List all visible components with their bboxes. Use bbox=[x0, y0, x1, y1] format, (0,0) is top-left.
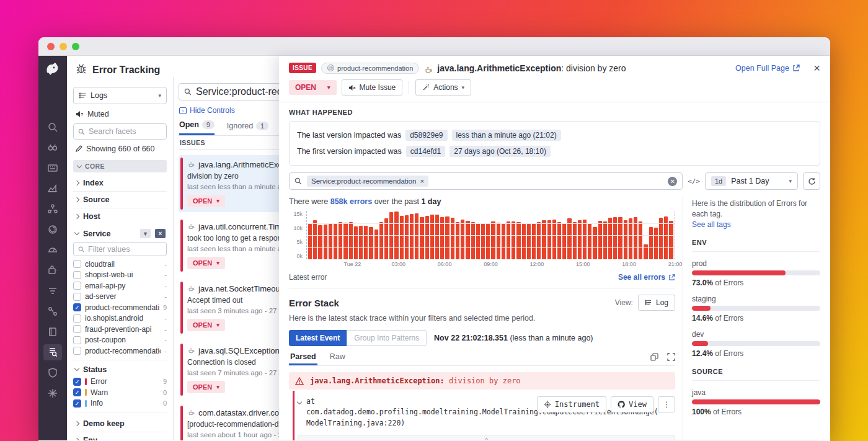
frame-menu-button[interactable]: ⋮ bbox=[658, 396, 675, 412]
tag-distribution-item[interactable]: dev12.4% of Errors bbox=[692, 330, 820, 358]
notebooks-icon[interactable] bbox=[43, 324, 62, 340]
panel-search-input[interactable]: Service:product-recommendation × ✕ bbox=[289, 172, 683, 190]
time-chip[interactable]: less than a minute ago (21:02) bbox=[452, 130, 561, 141]
tag-distribution-item[interactable]: java100% of Errors bbox=[692, 388, 820, 416]
checkbox[interactable]: ✓ bbox=[73, 303, 81, 311]
tag-distribution-item[interactable]: prod73.0% of Errors bbox=[692, 259, 820, 287]
checkbox[interactable] bbox=[73, 325, 81, 333]
checkbox[interactable]: ✓ bbox=[73, 399, 81, 408]
time-chip[interactable]: 27 days ago (Oct 26, 18:10) bbox=[450, 146, 551, 157]
see-all-errors-link[interactable]: See all errors bbox=[618, 273, 675, 282]
facet-value-post-coupon[interactable]: post-coupon- bbox=[73, 335, 167, 346]
facet-group-source[interactable]: Source bbox=[73, 192, 167, 208]
apm-icon[interactable] bbox=[43, 221, 62, 238]
facet-status-info[interactable]: ✓Info0 bbox=[73, 398, 167, 409]
settings-icon[interactable] bbox=[43, 385, 62, 401]
infrastructure-icon[interactable] bbox=[43, 201, 62, 217]
issue-status-select[interactable]: OPEN ▾ bbox=[289, 80, 337, 95]
checkbox[interactable] bbox=[73, 271, 81, 279]
facet-value-ad-server[interactable]: ad-server- bbox=[73, 292, 167, 303]
errors-bar-chart[interactable]: 15k10k5k0k bbox=[289, 211, 675, 259]
issue-status-select[interactable]: OPEN▾ bbox=[187, 381, 225, 393]
group-into-patterns-button[interactable]: Group Into Patterns bbox=[347, 330, 427, 346]
view-source-button[interactable]: View bbox=[611, 396, 653, 412]
facet-status-error[interactable]: ✓Error9 bbox=[73, 376, 167, 388]
instrument-button[interactable]: Instrument bbox=[537, 396, 606, 412]
synthetics-icon[interactable] bbox=[43, 242, 62, 258]
datadog-logo[interactable] bbox=[43, 60, 62, 78]
tab-parsed[interactable]: Parsed bbox=[289, 352, 317, 365]
facet-status-warn[interactable]: ✓Warn0 bbox=[73, 387, 167, 398]
facet-value-cloudtrail[interactable]: cloudtrail- bbox=[73, 259, 167, 270]
checkbox[interactable] bbox=[73, 336, 81, 344]
facet-value-product-recommendation[interactable]: ✓product-recommendation9 bbox=[73, 302, 167, 313]
remove-filter-icon[interactable]: × bbox=[420, 177, 424, 185]
facet-group-host[interactable]: Host bbox=[73, 208, 167, 225]
checkbox[interactable] bbox=[73, 293, 81, 301]
pipelines-icon[interactable] bbox=[43, 283, 62, 299]
facet-value-email-api-py[interactable]: email-api-py- bbox=[73, 280, 167, 292]
service-chip[interactable]: @ product-recommendation bbox=[321, 63, 419, 74]
latest-event-button[interactable]: Latest Event bbox=[289, 330, 347, 346]
facet-value-shopist-web-ui[interactable]: shopist-web-ui- bbox=[73, 270, 167, 281]
facet-group-core[interactable]: CORE bbox=[73, 160, 167, 172]
search-icon[interactable] bbox=[43, 119, 62, 135]
facet-service-header[interactable]: Service ▼ × bbox=[73, 225, 167, 242]
actions-button[interactable]: Actions ▾ bbox=[415, 79, 471, 96]
collapse-code-icon[interactable]: ⌃ bbox=[298, 438, 675, 440]
facet-group-index[interactable]: Index bbox=[73, 175, 167, 192]
service-map-icon[interactable] bbox=[43, 303, 62, 319]
issue-status-select[interactable]: OPEN▾ bbox=[187, 195, 225, 207]
minimize-window-button[interactable] bbox=[60, 43, 67, 50]
mute-issue-button[interactable]: Mute Issue bbox=[342, 79, 403, 96]
logs-icon[interactable] bbox=[43, 344, 62, 360]
clear-search-button[interactable]: ✕ bbox=[668, 177, 677, 186]
filter-values-input[interactable]: Filter values bbox=[73, 242, 167, 256]
facet-value-product-recommendatio[interactable]: product-recommendatio- bbox=[73, 345, 167, 357]
service-clear-button[interactable]: × bbox=[155, 229, 166, 238]
showing-row[interactable]: Showing 660 of 660 bbox=[73, 140, 167, 158]
query-syntax-toggle[interactable]: </> bbox=[688, 177, 700, 185]
checkbox[interactable] bbox=[73, 314, 81, 323]
open-full-page-link[interactable]: Open Full Page bbox=[735, 64, 800, 73]
refresh-button[interactable] bbox=[803, 172, 820, 190]
tag-distribution-item[interactable]: staging14.6% of Errors bbox=[692, 295, 820, 323]
tab-raw[interactable]: Raw bbox=[329, 352, 347, 365]
facet-value-io.shopist.android[interactable]: io.shopist.android- bbox=[73, 313, 167, 324]
search-filter-chip[interactable]: Service:product-recommendation × bbox=[307, 176, 428, 187]
facet-group-demo-keep[interactable]: Demo keep bbox=[73, 416, 167, 432]
facet-value-fraud-prevention-api[interactable]: fraud-prevention-api- bbox=[73, 324, 167, 335]
facet-group-env[interactable]: Env bbox=[73, 432, 167, 440]
service-filter-button[interactable]: ▼ bbox=[140, 229, 151, 238]
security-icon[interactable] bbox=[43, 365, 62, 381]
metrics-icon[interactable] bbox=[43, 180, 62, 197]
close-window-button[interactable] bbox=[47, 43, 55, 50]
expand-icon[interactable] bbox=[667, 353, 675, 361]
version-chip[interactable]: d58929e9 bbox=[405, 130, 447, 141]
search-facets-input[interactable]: Search facets bbox=[73, 123, 167, 140]
stack-frame-row[interactable]: at com.datadog.demo.profiling.modeltrain… bbox=[289, 396, 675, 429]
see-all-tags-link[interactable]: See all tags bbox=[692, 220, 820, 229]
tab-ignored[interactable]: Ignored1 bbox=[227, 120, 268, 135]
checkbox[interactable]: ✓ bbox=[73, 388, 81, 396]
version-chip[interactable]: cd14efd1 bbox=[406, 146, 445, 157]
watchdog-icon[interactable] bbox=[43, 140, 62, 156]
checkbox[interactable] bbox=[73, 347, 81, 355]
facet-status-header[interactable]: Status bbox=[73, 363, 167, 376]
issue-status-select[interactable]: OPEN▾ bbox=[187, 319, 225, 331]
tab-open[interactable]: Open9 bbox=[179, 120, 215, 135]
issue-status-select[interactable]: OPEN▾ bbox=[187, 257, 225, 269]
muted-toggle[interactable]: Muted bbox=[73, 104, 167, 123]
integrations-icon[interactable] bbox=[43, 262, 62, 278]
source-select[interactable]: Logs ▾ bbox=[73, 87, 167, 104]
errors-count-link[interactable]: 858k errors bbox=[330, 197, 372, 206]
checkbox[interactable] bbox=[73, 260, 81, 268]
dashboards-icon[interactable] bbox=[43, 160, 62, 176]
view-log-button[interactable]: Log bbox=[638, 295, 675, 311]
copy-icon[interactable] bbox=[650, 353, 658, 361]
time-range-select[interactable]: 1d Past 1 Day ▾ bbox=[705, 172, 798, 190]
checkbox[interactable] bbox=[73, 282, 81, 290]
close-panel-button[interactable]: × bbox=[813, 62, 820, 74]
checkbox[interactable]: ✓ bbox=[73, 378, 81, 386]
zoom-window-button[interactable] bbox=[72, 43, 79, 50]
